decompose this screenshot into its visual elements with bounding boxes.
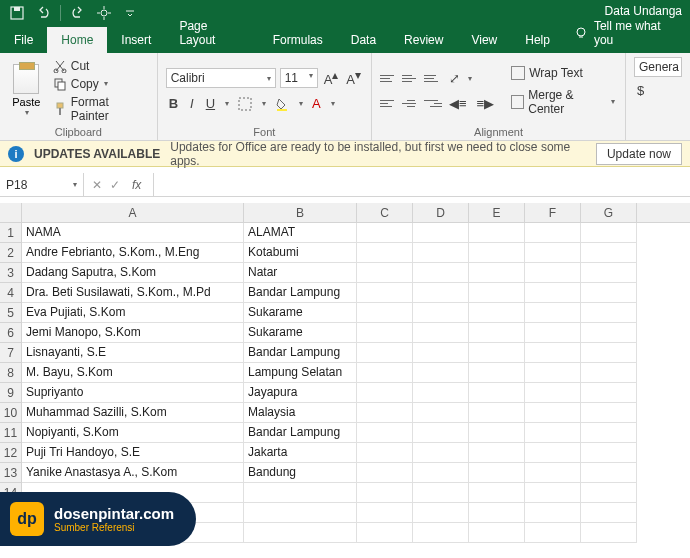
cell[interactable]: [525, 423, 581, 443]
cell[interactable]: [357, 403, 413, 423]
border-button[interactable]: [235, 95, 255, 113]
cell[interactable]: [581, 463, 637, 483]
column-header[interactable]: D: [413, 203, 469, 222]
cell[interactable]: [469, 283, 525, 303]
column-header[interactable]: A: [22, 203, 244, 222]
formula-input[interactable]: [153, 173, 690, 196]
cell[interactable]: [357, 383, 413, 403]
cell[interactable]: [469, 343, 525, 363]
cell[interactable]: Bandar Lampung: [244, 423, 357, 443]
cell[interactable]: [413, 343, 469, 363]
cell[interactable]: [357, 463, 413, 483]
tab-file[interactable]: File: [0, 27, 47, 53]
cell[interactable]: [413, 363, 469, 383]
cell[interactable]: [581, 343, 637, 363]
tab-page-layout[interactable]: Page Layout: [165, 13, 258, 53]
font-size-select[interactable]: 11▾: [280, 68, 318, 88]
cell[interactable]: [581, 263, 637, 283]
row-header[interactable]: 8: [0, 363, 22, 383]
update-now-button[interactable]: Update now: [596, 143, 682, 165]
tab-review[interactable]: Review: [390, 27, 457, 53]
cell[interactable]: [244, 523, 357, 543]
cell[interactable]: [413, 243, 469, 263]
cell[interactable]: Puji Tri Handoyo, S.E: [22, 443, 244, 463]
undo-icon[interactable]: [32, 2, 54, 24]
cell[interactable]: [357, 423, 413, 443]
cell[interactable]: [525, 363, 581, 383]
cell[interactable]: [525, 463, 581, 483]
cell[interactable]: [581, 443, 637, 463]
cell[interactable]: [469, 243, 525, 263]
cell[interactable]: [413, 503, 469, 523]
cell[interactable]: [413, 443, 469, 463]
cell[interactable]: Nopiyanti, S.Kom: [22, 423, 244, 443]
row-header[interactable]: 11: [0, 423, 22, 443]
cell[interactable]: [244, 483, 357, 503]
copy-button[interactable]: Copy▾: [51, 76, 149, 92]
cell[interactable]: [469, 323, 525, 343]
enter-formula-icon[interactable]: ✓: [110, 178, 120, 192]
cell[interactable]: Lisnayanti, S.E: [22, 343, 244, 363]
increase-indent-icon[interactable]: ≡▶: [474, 94, 498, 113]
cell[interactable]: ALAMAT: [244, 223, 357, 243]
tell-me[interactable]: Tell me what you: [564, 13, 690, 53]
tab-help[interactable]: Help: [511, 27, 564, 53]
cell[interactable]: [525, 503, 581, 523]
cell[interactable]: [357, 443, 413, 463]
cell[interactable]: [525, 383, 581, 403]
cell[interactable]: [581, 363, 637, 383]
cell[interactable]: [525, 303, 581, 323]
cell[interactable]: [357, 303, 413, 323]
cell[interactable]: [357, 223, 413, 243]
cell[interactable]: [469, 403, 525, 423]
tab-formulas[interactable]: Formulas: [259, 27, 337, 53]
paste-button[interactable]: Paste ▾: [8, 57, 45, 124]
cell[interactable]: [413, 403, 469, 423]
number-format-select[interactable]: Genera: [634, 57, 682, 77]
cell[interactable]: [413, 303, 469, 323]
cell[interactable]: Bandar Lampung: [244, 343, 357, 363]
italic-button[interactable]: I: [187, 94, 197, 113]
cell[interactable]: [413, 323, 469, 343]
currency-icon[interactable]: $: [634, 81, 647, 100]
cut-button[interactable]: Cut: [51, 58, 149, 74]
column-header[interactable]: F: [525, 203, 581, 222]
cell[interactable]: [469, 383, 525, 403]
cell[interactable]: [469, 463, 525, 483]
cell[interactable]: [469, 263, 525, 283]
save-icon[interactable]: [6, 2, 28, 24]
name-box[interactable]: P18▾: [0, 173, 84, 196]
cell[interactable]: Muhammad Sazilli, S.Kom: [22, 403, 244, 423]
row-header[interactable]: 10: [0, 403, 22, 423]
decrease-indent-icon[interactable]: ◀≡: [446, 94, 470, 113]
cell[interactable]: [413, 383, 469, 403]
cell[interactable]: [581, 223, 637, 243]
cell[interactable]: [469, 523, 525, 543]
cancel-formula-icon[interactable]: ✕: [92, 178, 102, 192]
cell[interactable]: Jakarta: [244, 443, 357, 463]
cell[interactable]: [413, 483, 469, 503]
cell[interactable]: Bandung: [244, 463, 357, 483]
cell[interactable]: Lampung Selatan: [244, 363, 357, 383]
decrease-font-icon[interactable]: A▾: [344, 68, 363, 87]
row-header[interactable]: 7: [0, 343, 22, 363]
cell[interactable]: [413, 463, 469, 483]
cell[interactable]: [581, 483, 637, 503]
cell[interactable]: [469, 363, 525, 383]
cell[interactable]: Natar: [244, 263, 357, 283]
cell[interactable]: [357, 263, 413, 283]
cell[interactable]: [469, 443, 525, 463]
align-right-icon[interactable]: [424, 95, 442, 111]
align-middle-icon[interactable]: [402, 70, 420, 86]
cell[interactable]: [525, 483, 581, 503]
cell[interactable]: Jemi Manopo, S.Kom: [22, 323, 244, 343]
cell[interactable]: [469, 223, 525, 243]
cell[interactable]: [581, 243, 637, 263]
row-header[interactable]: 5: [0, 303, 22, 323]
font-name-select[interactable]: Calibri▾: [166, 68, 276, 88]
cell[interactable]: [357, 243, 413, 263]
row-header[interactable]: 13: [0, 463, 22, 483]
cell[interactable]: [413, 263, 469, 283]
select-all-triangle[interactable]: [0, 203, 22, 222]
cell[interactable]: [525, 403, 581, 423]
